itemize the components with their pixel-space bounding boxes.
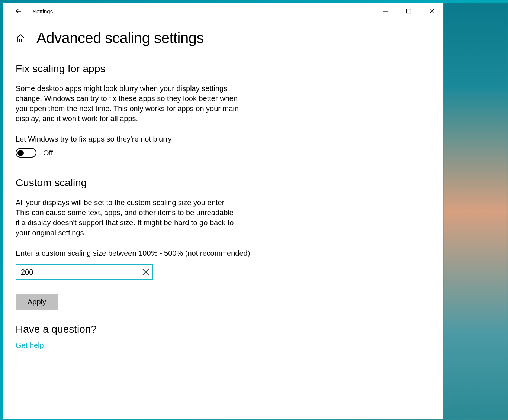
maximize-button[interactable] (397, 3, 420, 19)
page-title: Advanced scaling settings (36, 30, 204, 46)
get-help-link[interactable]: Get help (16, 341, 44, 350)
custom-scaling-input[interactable] (16, 264, 153, 280)
custom-scaling-description: All your displays will be set to the cus… (16, 198, 239, 238)
fix-scaling-toggle-state: Off (43, 149, 53, 157)
svg-rect-1 (407, 9, 411, 13)
home-icon[interactable] (16, 33, 25, 43)
close-icon (429, 9, 434, 14)
settings-window: Settings (3, 3, 443, 419)
fix-scaling-toggle[interactable] (16, 148, 36, 158)
fix-scaling-heading: Fix scaling for apps (16, 63, 431, 75)
maximize-icon (406, 9, 411, 14)
back-button[interactable] (10, 4, 25, 19)
window-controls (374, 3, 443, 19)
fix-scaling-toggle-row: Off (16, 148, 431, 158)
page-header: Advanced scaling settings (16, 30, 431, 46)
fix-scaling-toggle-label: Let Windows try to fix apps so they're n… (16, 135, 431, 143)
input-clear-button[interactable] (141, 268, 150, 277)
toggle-knob (17, 150, 24, 156)
fix-scaling-description: Some desktop apps might look blurry when… (16, 84, 239, 124)
apply-button[interactable]: Apply (16, 294, 58, 310)
help-heading: Have a question? (16, 323, 431, 335)
custom-scaling-input-label: Enter a custom scaling size between 100%… (16, 249, 431, 258)
titlebar: Settings (3, 3, 443, 19)
clear-x-icon (141, 268, 150, 277)
minimize-button[interactable] (374, 3, 397, 19)
desktop-background (443, 3, 508, 419)
custom-scaling-heading: Custom scaling (16, 177, 431, 189)
window-title: Settings (33, 8, 53, 14)
custom-scaling-input-wrapper (16, 264, 153, 280)
back-arrow-icon (14, 7, 22, 15)
close-button[interactable] (420, 3, 443, 19)
minimize-icon (383, 9, 388, 14)
content-area: Advanced scaling settings Fix scaling fo… (3, 19, 443, 360)
